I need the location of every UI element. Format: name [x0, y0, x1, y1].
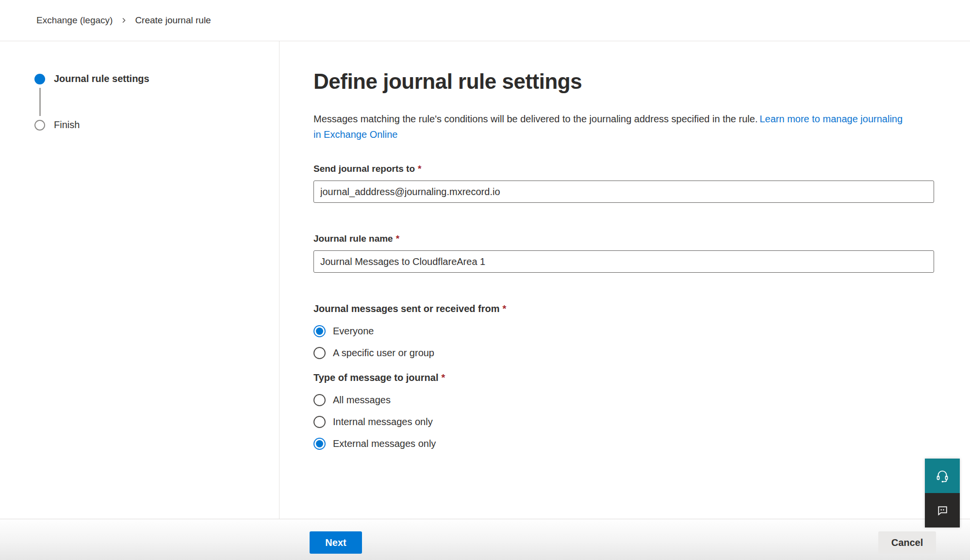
field-send-journal-reports: Send journal reports to*	[313, 164, 970, 203]
field-label-text: Journal rule name	[313, 233, 393, 244]
chat-bubble-icon	[936, 504, 949, 517]
send-journal-reports-input[interactable]	[313, 181, 934, 203]
group-label-text: Journal messages sent or received from	[313, 303, 500, 314]
radio-internal-messages-only[interactable]: Internal messages only	[313, 415, 970, 428]
radio-all-messages[interactable]: All messages	[313, 393, 970, 407]
feedback-button[interactable]	[925, 493, 960, 527]
radio-unselected-icon	[313, 394, 326, 406]
field-journal-rule-name: Journal rule name*	[313, 233, 970, 273]
step-connector-line	[39, 88, 41, 116]
wizard-step-label: Finish	[54, 119, 80, 131]
group-label-sent-or-received-from: Journal messages sent or received from*	[313, 303, 970, 314]
step-inactive-dot-icon	[34, 120, 45, 131]
radio-unselected-icon	[313, 416, 326, 428]
wizard-step-label: Journal rule settings	[54, 73, 149, 84]
radio-label: Internal messages only	[333, 416, 433, 428]
breadcrumb-bar: Exchange (legacy) Create journal rule	[0, 0, 970, 41]
radio-label: Everyone	[333, 326, 374, 337]
content-area: Journal rule settings Finish Define jour…	[0, 41, 970, 519]
group-label-type-of-message: Type of message to journal*	[313, 372, 970, 383]
group-label-text: Type of message to journal	[313, 372, 438, 383]
description-sentence: Messages matching the rule's conditions …	[313, 114, 757, 124]
required-asterisk: *	[503, 303, 507, 314]
footer-bar: Next Cancel	[0, 519, 970, 560]
description-text: Messages matching the rule's conditions …	[313, 111, 913, 142]
main-panel: Define journal rule settings Messages ma…	[279, 41, 970, 519]
radio-everyone[interactable]: Everyone	[313, 324, 970, 338]
breadcrumb-current: Create journal rule	[135, 15, 211, 26]
field-label-send-journal-reports: Send journal reports to*	[313, 164, 970, 174]
breadcrumb: Exchange (legacy) Create journal rule	[36, 15, 211, 26]
radio-group-type-of-message: Type of message to journal* All messages…	[313, 372, 970, 450]
step-active-dot-icon	[34, 74, 45, 84]
assist-widget	[925, 459, 960, 527]
radio-label: All messages	[333, 395, 391, 406]
field-label-text: Send journal reports to	[313, 164, 415, 174]
radio-label: A specific user or group	[333, 347, 434, 359]
wizard-rail: Journal rule settings Finish	[0, 41, 279, 519]
journal-rule-name-input[interactable]	[313, 250, 934, 273]
radio-external-messages-only[interactable]: External messages only	[313, 437, 970, 450]
next-button[interactable]: Next	[310, 531, 362, 554]
cancel-button[interactable]: Cancel	[878, 531, 936, 554]
headset-icon	[935, 469, 950, 483]
radio-selected-icon	[313, 325, 326, 337]
chevron-right-icon	[120, 17, 127, 24]
radio-label: External messages only	[333, 438, 436, 449]
radio-selected-icon	[313, 438, 326, 450]
radio-specific-user-or-group[interactable]: A specific user or group	[313, 346, 970, 360]
required-asterisk: *	[418, 164, 421, 174]
wizard-step-finish[interactable]: Finish	[34, 119, 279, 131]
breadcrumb-exchange-legacy[interactable]: Exchange (legacy)	[36, 15, 113, 26]
required-asterisk: *	[441, 372, 445, 383]
field-label-journal-rule-name: Journal rule name*	[313, 233, 970, 244]
page-title: Define journal rule settings	[313, 69, 970, 94]
radio-unselected-icon	[313, 347, 326, 359]
help-button[interactable]	[925, 459, 960, 493]
required-asterisk: *	[396, 233, 399, 244]
wizard-step-journal-rule-settings[interactable]: Journal rule settings	[34, 73, 279, 84]
radio-group-sent-or-received-from: Journal messages sent or received from* …	[313, 303, 970, 360]
